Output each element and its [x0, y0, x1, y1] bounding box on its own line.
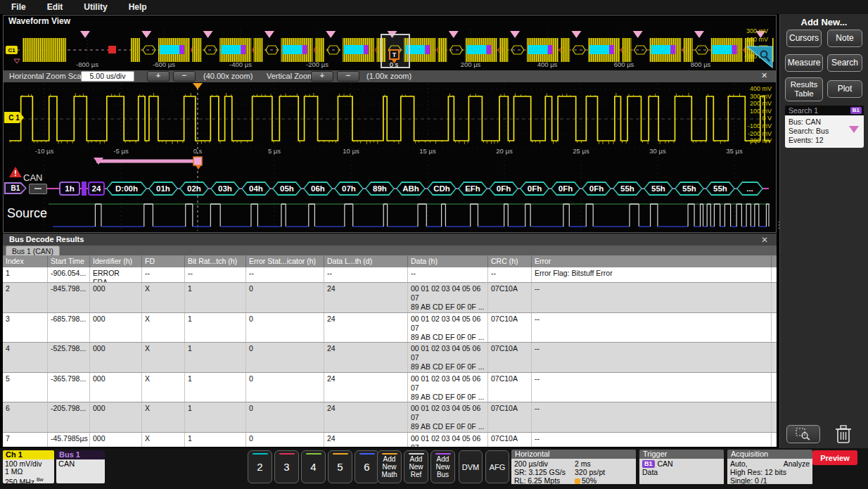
afg-button[interactable]: AFG — [485, 450, 509, 483]
table-row[interactable]: 1-906.054...ERROR FRA...------------Erro… — [3, 267, 777, 283]
table-cell: 0 — [246, 343, 324, 372]
channel-color-line — [333, 453, 348, 455]
preview-button[interactable]: Preview — [812, 450, 857, 465]
table-cell: 1 — [185, 433, 246, 447]
add-new-math-button[interactable]: Add New Math — [377, 450, 402, 483]
channel-color-line — [306, 453, 321, 455]
can-data-byte-box: 0Fh — [582, 182, 611, 196]
search-expand-icon[interactable] — [849, 126, 859, 133]
channel-color-line — [279, 453, 295, 455]
hzoom-plus-button[interactable]: + — [147, 71, 170, 82]
hzoom-minus-button[interactable]: − — [173, 71, 196, 82]
menu-file[interactable]: File — [11, 2, 26, 12]
bus-1-badge-info: CAN — [56, 459, 105, 483]
can-data-byte-box: 07h — [334, 182, 364, 196]
zoomed-volt-label: 100 mV — [750, 108, 772, 115]
overview-waveform[interactable]: T-800 µs-600 µs-400 µs-200 µs0 s200 µs40… — [4, 27, 774, 70]
table-cell: 07C10A — [488, 402, 532, 432]
column-header-crc[interactable]: CRC (h) — [488, 255, 532, 267]
bus-collapse-handle[interactable] — [29, 184, 47, 194]
table-cell: -- — [532, 283, 772, 312]
zoomed-plot[interactable]: -10 µs-5 µs0 s5 µs10 µs15 µs20 µs25 µs30… — [4, 82, 775, 156]
column-header-index[interactable]: Index — [3, 255, 48, 267]
menu-help[interactable]: Help — [129, 2, 147, 12]
zoomed-time-label: 0 s — [193, 147, 203, 155]
bus-1-bottom-badge[interactable]: Bus 1 CAN — [56, 450, 105, 483]
can-data-byte-box: 01h — [148, 182, 178, 196]
channel-1-badge[interactable]: Ch 1 100 mV/div 1 MΩ 250 MHz Bw — [3, 450, 54, 483]
acquisition-panel-title: Acquisition — [727, 450, 812, 459]
channel-4-button[interactable]: 4 — [301, 450, 326, 483]
table-cell: 000 — [90, 433, 142, 447]
table-cell: 1 — [185, 402, 246, 432]
tab-bus1-can[interactable]: Bus 1 (CAN) — [6, 246, 60, 256]
table-row[interactable]: 6-205.798...000X102400 01 02 03 04 05 06… — [3, 402, 777, 433]
results-table-body[interactable]: 1-906.054...ERROR FRA...------------Erro… — [3, 267, 777, 447]
bus-name-label: CAN — [23, 172, 42, 183]
table-cell: 24 — [324, 283, 408, 312]
zoomed-volt-label: 0 V — [762, 115, 772, 122]
table-cell: 00 01 02 03 04 05 06 07 — [408, 433, 488, 447]
add-new-ref-button[interactable]: Add New Ref — [404, 450, 428, 483]
hzoom-scale-value[interactable]: 5.00 us/div — [81, 71, 134, 82]
zoomed-volt-label: 200 mV — [750, 100, 772, 107]
table-cell: 24 — [324, 373, 408, 402]
horizontal-panel[interactable]: Horizontal 200 µs/div2 ms SR: 3.125 GS/s… — [511, 450, 636, 485]
search-button[interactable]: Search — [827, 54, 862, 72]
acquisition-panel[interactable]: Acquisition Auto,Analyze High Res: 12 bi… — [727, 450, 812, 485]
can-data-byte-box: 55h — [706, 182, 735, 196]
table-cell: 0 — [246, 433, 324, 447]
column-header-error[interactable]: Error — [532, 255, 772, 267]
column-header-data[interactable]: Data (h) — [408, 255, 488, 267]
column-header-fd[interactable]: FD — [142, 255, 185, 267]
results-close-icon[interactable]: ✕ — [761, 235, 768, 245]
table-cell: 000 — [90, 402, 142, 432]
table-row[interactable]: 5-365.798...000X102400 01 02 03 04 05 06… — [3, 373, 777, 402]
table-cell: 24 — [324, 343, 408, 372]
menu-edit[interactable]: Edit — [47, 2, 63, 12]
zoomed-time-label: 15 µs — [419, 147, 436, 155]
table-cell: 000 — [90, 343, 142, 372]
plot-button[interactable]: Plot — [827, 80, 862, 98]
menu-utility[interactable]: Utility — [84, 2, 107, 12]
zoomed-waveform[interactable]: -10 µs-5 µs0 s5 µs10 µs15 µs20 µs25 µs30… — [4, 82, 775, 156]
overview-plot[interactable]: T-800 µs-600 µs-400 µs-200 µs0 s200 µs40… — [4, 27, 774, 70]
channel-6-button[interactable]: 6 — [355, 450, 379, 483]
zoomed-time-label: -5 µs — [113, 147, 129, 155]
delete-search-button[interactable] — [834, 424, 853, 445]
column-header-start[interactable]: Start Time — [48, 255, 90, 267]
cursors-button[interactable]: Cursors — [786, 30, 822, 47]
table-cell: -- — [408, 267, 488, 282]
search-1-card[interactable]: Search 1 B1 Bus: CAN Search: Bus Events:… — [785, 106, 864, 148]
column-header-error[interactable]: Error Stat...icator (h) — [246, 255, 324, 267]
dvm-button[interactable]: DVM — [459, 450, 483, 483]
vzoom-minus-button[interactable]: − — [337, 71, 359, 82]
column-header-identifier[interactable]: Identifier (h) — [90, 255, 142, 267]
trigger-panel[interactable]: Trigger B1 CAN Data — [639, 450, 724, 485]
zoom-close-icon[interactable]: ✕ — [761, 71, 767, 80]
add-new-bus-button[interactable]: Add New Bus — [430, 450, 455, 483]
button-color-line — [435, 453, 451, 455]
table-row[interactable]: 2-845.798...000X102400 01 02 03 04 05 06… — [3, 283, 777, 313]
note-button[interactable]: Note — [827, 30, 862, 47]
can-data-byte-box: 03h — [210, 182, 240, 196]
add-new-title: Add New... — [780, 17, 868, 27]
table-cell: 07C10A — [488, 313, 532, 342]
column-header-bit[interactable]: Bit Rat...tch (h) — [185, 255, 246, 267]
table-cell: 1 — [185, 343, 246, 372]
table-row[interactable]: 3-685.798...000X102400 01 02 03 04 05 06… — [3, 313, 777, 343]
table-row[interactable]: 7-45.7985µs000X102400 01 02 03 04 05 06 … — [3, 433, 777, 447]
error-warning-icon — [8, 166, 23, 179]
table-row[interactable]: 4-525.798...000X102400 01 02 03 04 05 06… — [3, 343, 777, 373]
horizontal-panel-title: Horizontal — [511, 450, 636, 459]
zoom-to-event-button[interactable] — [786, 425, 820, 443]
channel-2-button[interactable]: 2 — [248, 450, 272, 483]
results-table-button[interactable]: Results Table — [785, 77, 823, 101]
column-header-data[interactable]: Data L...th (d) — [324, 255, 408, 267]
channel-5-button[interactable]: 5 — [328, 450, 352, 483]
can-identifier-box: 1h — [59, 182, 80, 196]
measure-button[interactable]: Measure — [785, 54, 823, 72]
table-cell: -- — [185, 267, 246, 282]
channel-3-button[interactable]: 3 — [274, 450, 299, 483]
vzoom-plus-button[interactable]: + — [311, 71, 333, 82]
